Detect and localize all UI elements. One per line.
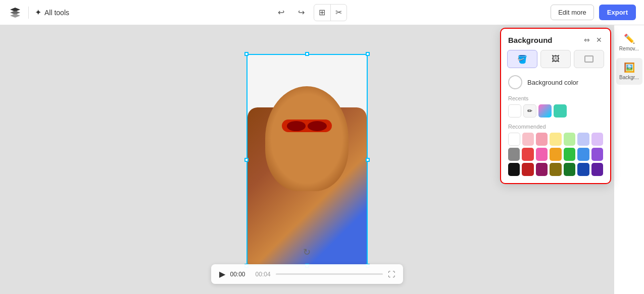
dog-image xyxy=(247,55,367,265)
video-tab-icon xyxy=(584,55,593,63)
recommended-row-3 xyxy=(501,163,610,178)
panel-tabs: 🪣 🖼 xyxy=(501,50,610,73)
play-icon: ▶ xyxy=(219,270,225,278)
bg-color-swatch[interactable] xyxy=(508,75,522,89)
topbar-right: Edit more Export xyxy=(551,5,636,20)
toolbar-group: ⊞ ✂ xyxy=(314,4,347,21)
all-tools-button[interactable]: ✦ All tools xyxy=(35,8,69,17)
topbar-left: ✦ All tools xyxy=(8,6,69,20)
right-lens xyxy=(308,121,327,131)
undo-button[interactable]: ↩ xyxy=(273,5,289,21)
swatch-eyedropper[interactable]: ✏ xyxy=(523,104,536,117)
bg-color-label: Background color xyxy=(527,79,578,86)
tab-video[interactable] xyxy=(574,50,604,68)
handle-top-mid[interactable] xyxy=(305,52,309,56)
topbar-center: ↩ ↪ ⊞ ✂ xyxy=(273,4,347,21)
background-panel: Background ⇔ ✕ 🪣 🖼 Background color Rece… xyxy=(500,28,611,184)
sidebar-item-remove-label: Remov... xyxy=(619,46,639,52)
handle-right-mid[interactable] xyxy=(366,158,370,162)
logo-icon xyxy=(8,6,22,20)
panel-header: Background ⇔ ✕ xyxy=(501,29,610,50)
scissors-icon: ✂ xyxy=(335,8,342,17)
recommended-row-1 xyxy=(501,133,610,148)
grid-icon: ⊞ xyxy=(319,8,325,17)
swatch-r3-c6[interactable] xyxy=(577,163,589,176)
sidebar-item-background-label: Backgr... xyxy=(619,75,639,81)
tab-color[interactable]: 🪣 xyxy=(507,50,537,68)
topbar: ✦ All tools ↩ ↪ ⊞ ✂ Edit more Export xyxy=(0,0,644,25)
progress-bar[interactable] xyxy=(276,273,383,275)
recommended-label: Recommended xyxy=(501,120,610,133)
video-canvas xyxy=(246,54,368,266)
bg-color-row: Background color xyxy=(501,73,610,95)
swatch-r3-c1[interactable] xyxy=(508,163,520,176)
undo-icon: ↩ xyxy=(278,8,284,17)
close-icon: ✕ xyxy=(596,36,602,44)
refresh-icon[interactable]: ↻ xyxy=(303,247,311,258)
grid-button[interactable]: ⊞ xyxy=(314,5,330,21)
swatch-r2-c5[interactable] xyxy=(564,148,575,161)
panel-resize-button[interactable]: ⇔ xyxy=(583,35,591,45)
swatch-r2-c2[interactable] xyxy=(522,148,533,161)
time-total: 00:04 xyxy=(256,271,271,278)
edit-more-button[interactable]: Edit more xyxy=(551,5,594,20)
playback-bar: ▶ 00:00 00:04 ⛶ xyxy=(211,264,403,284)
recents-swatches: ✏ xyxy=(501,104,610,120)
panel-close-button[interactable]: ✕ xyxy=(595,35,603,45)
export-button[interactable]: Export xyxy=(599,5,636,20)
canvas-frame xyxy=(246,54,368,266)
panel-title: Background xyxy=(508,36,553,44)
all-tools-label: All tools xyxy=(44,9,69,17)
swatch-r1-c7[interactable] xyxy=(591,133,603,146)
panel-header-icons: ⇔ ✕ xyxy=(583,35,603,45)
swatch-r2-c6[interactable] xyxy=(577,148,589,161)
recommended-row-2 xyxy=(501,148,610,163)
background-icon: 🖼️ xyxy=(624,62,635,73)
handle-top-left[interactable] xyxy=(244,52,249,56)
swatch-r3-c3[interactable] xyxy=(536,163,548,176)
swatch-r2-c4[interactable] xyxy=(550,148,561,161)
swatch-r1-c3[interactable] xyxy=(536,133,548,146)
swatch-r1-c6[interactable] xyxy=(577,133,589,146)
recents-label: Recents xyxy=(501,95,610,104)
swatch-r3-c2[interactable] xyxy=(522,163,533,176)
scissors-button[interactable]: ✂ xyxy=(330,5,346,21)
swatch-r1-c1[interactable] xyxy=(508,133,520,146)
time-current: 00:00 xyxy=(230,271,245,278)
sidebar-item-remove[interactable]: ✏️ Remov... xyxy=(616,29,642,56)
tab-image[interactable]: 🖼 xyxy=(540,50,571,68)
wand-icon: ✦ xyxy=(35,8,41,17)
swatch-r1-c4[interactable] xyxy=(550,133,561,146)
sidebar-item-background[interactable]: 🖼️ Backgr... xyxy=(616,58,642,85)
swatch-r3-c5[interactable] xyxy=(564,163,575,176)
sunglasses xyxy=(282,120,332,132)
fullscreen-icon: ⛶ xyxy=(388,270,395,278)
right-sidebar-strip: ✏️ Remov... 🖼️ Backgr... xyxy=(614,25,644,294)
swatch-teal[interactable] xyxy=(554,104,567,117)
recommended-swatches xyxy=(501,133,610,183)
swatch-white[interactable] xyxy=(508,104,521,117)
left-lens xyxy=(287,121,306,131)
redo-button[interactable]: ↪ xyxy=(293,5,310,21)
eyedropper-icon: ✏ xyxy=(527,107,532,114)
swatch-r2-c1[interactable] xyxy=(508,148,520,161)
handle-top-right[interactable] xyxy=(366,52,370,56)
logo-divider xyxy=(28,7,29,19)
resize-icon: ⇔ xyxy=(584,36,590,44)
swatch-gradient[interactable] xyxy=(538,104,552,117)
swatch-r2-c3[interactable] xyxy=(536,148,548,161)
remove-icon: ✏️ xyxy=(624,33,635,44)
swatch-r3-c7[interactable] xyxy=(591,163,603,176)
image-tab-icon: 🖼 xyxy=(552,54,560,64)
dog-head xyxy=(265,86,349,191)
redo-icon: ↪ xyxy=(298,8,305,17)
swatch-r3-c4[interactable] xyxy=(550,163,561,176)
swatch-r1-c2[interactable] xyxy=(522,133,534,146)
handle-left-mid[interactable] xyxy=(244,158,249,162)
swatch-r2-c7[interactable] xyxy=(591,148,603,161)
play-button[interactable]: ▶ xyxy=(219,269,225,279)
fullscreen-button[interactable]: ⛶ xyxy=(388,270,395,278)
color-tab-icon: 🪣 xyxy=(517,54,527,64)
swatch-r1-c5[interactable] xyxy=(564,133,575,146)
